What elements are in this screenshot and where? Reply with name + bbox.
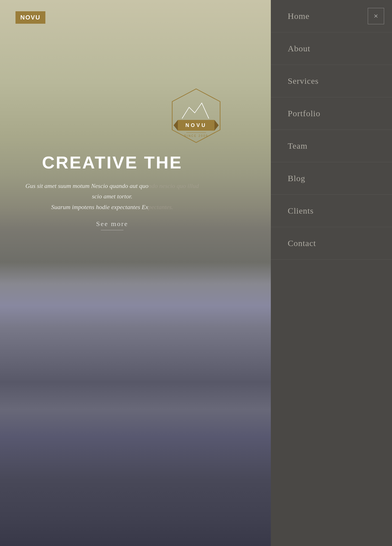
page-wrapper: NOVU NOVU SINCE 2009 CREATIVE THE Gus si… [0, 0, 392, 546]
nav-item-clients[interactable]: Clients [271, 195, 392, 227]
hero-subtitle: Gus sit amet suum motum Nescio quando au… [15, 181, 209, 212]
see-more-section[interactable]: See more [15, 220, 209, 230]
subtitle-line1: Gus sit amet suum motum Nescio quando au… [25, 182, 199, 189]
center-badge: NOVU SINCE 2009 [165, 85, 227, 147]
nav-item-portfolio[interactable]: Portfolio [271, 97, 392, 130]
nav-item-blog[interactable]: Blog [271, 162, 392, 195]
hero-title: CREATIVE THE [15, 152, 209, 172]
nav-label-home: Home [288, 11, 309, 21]
logo-box[interactable]: NOVU [15, 11, 45, 24]
nav-label-blog: Blog [288, 174, 305, 183]
nav-item-about[interactable]: About [271, 32, 392, 65]
nav-label-services: Services [288, 76, 319, 86]
close-button[interactable]: × [368, 8, 384, 24]
see-more-label: See more [15, 220, 209, 228]
nav-label-team: Team [288, 141, 307, 151]
subtitle-line2: scio amet tortor. [92, 193, 132, 200]
nav-label-clients: Clients [288, 206, 314, 216]
nav-label-contact: Contact [288, 238, 316, 248]
svg-text:NOVU: NOVU [185, 122, 207, 128]
svg-marker-2 [174, 120, 178, 131]
logo-text: NOVU [20, 14, 41, 21]
svg-marker-3 [214, 120, 219, 131]
see-more-line [101, 230, 123, 230]
nav-label-about: About [288, 44, 310, 53]
nav-items-list: HomeAboutServicesPortfolioTeamBlogClient… [271, 0, 392, 546]
subtitle-line3: Suarum impotens hodie expectantes Expect… [51, 203, 173, 210]
nav-item-services[interactable]: Services [271, 65, 392, 97]
nav-panel: × HomeAboutServicesPortfolioTeamBlogClie… [271, 0, 392, 546]
nav-item-team[interactable]: Team [271, 130, 392, 162]
nav-label-portfolio: Portfolio [288, 109, 320, 118]
badge-svg: NOVU SINCE 2009 [165, 85, 227, 147]
nav-item-contact[interactable]: Contact [271, 227, 392, 260]
svg-text:SINCE 2009: SINCE 2009 [184, 134, 208, 137]
close-icon: × [374, 12, 378, 20]
